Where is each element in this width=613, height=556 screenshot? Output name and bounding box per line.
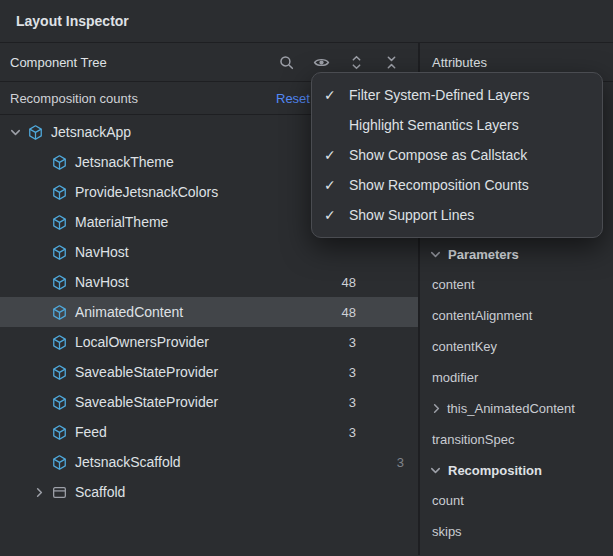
compose-node-icon <box>51 394 68 411</box>
attr-item-transitionspec[interactable]: transitionSpec <box>420 424 613 455</box>
recomposition-count: 3 <box>397 455 404 470</box>
chevron-spacer <box>30 424 49 440</box>
compose-node-icon <box>51 304 68 321</box>
checkmark-icon: ✓ <box>324 207 349 223</box>
tree-row-animatedcontent[interactable]: AnimatedContent48 <box>0 297 418 327</box>
checkmark-icon: ✓ <box>324 177 349 193</box>
checkmark-icon: ✓ <box>324 87 349 103</box>
attr-section-title: Recomposition <box>448 463 542 478</box>
compose-node-icon <box>27 124 44 141</box>
attributes-title: Attributes <box>432 55 487 70</box>
attr-item-label: transitionSpec <box>432 432 514 447</box>
menu-item-show-support-lines[interactable]: ✓Show Support Lines <box>312 200 602 230</box>
tree-node-label: LocalOwnersProvider <box>75 334 209 350</box>
chevron-down-icon[interactable] <box>6 124 25 140</box>
tree-node-label: SaveableStateProvider <box>75 364 218 380</box>
tree-row-feed[interactable]: Feed3 <box>0 417 418 447</box>
recomposition-counts-label: Recomposition counts <box>10 91 138 106</box>
menu-item-filter-system-defined-layers[interactable]: ✓Filter System-Defined Layers <box>312 80 602 110</box>
tree-row-saveablestateprovider[interactable]: SaveableStateProvider3 <box>0 357 418 387</box>
recomposition-count: 3 <box>349 425 356 440</box>
attr-item-skips[interactable]: skips <box>420 516 613 547</box>
visibility-eye-icon[interactable] <box>313 54 330 71</box>
chevron-spacer <box>30 304 49 320</box>
tree-row-navhost[interactable]: NavHost <box>0 237 418 267</box>
attr-item-label: contentKey <box>432 339 497 354</box>
tree-row-localownersprovider[interactable]: LocalOwnersProvider3 <box>0 327 418 357</box>
compose-node-icon <box>51 364 68 381</box>
attr-section-recomposition[interactable]: Recomposition <box>420 455 613 485</box>
compose-node-icon <box>51 424 68 441</box>
compose-node-icon <box>51 154 68 171</box>
compose-node-icon <box>51 244 68 261</box>
attributes-list: ParameterscontentcontentAlignmentcontent… <box>420 239 613 547</box>
component-tree-toolbar <box>278 54 400 71</box>
tree-row-jetsnackscaffold[interactable]: JetsnackScaffold3 <box>0 447 418 477</box>
menu-item-highlight-semantics-layers[interactable]: Highlight Semantics Layers <box>312 110 602 140</box>
attr-section-parameters[interactable]: Parameters <box>420 239 613 269</box>
attr-item-modifier[interactable]: modifier <box>420 362 613 393</box>
tree-node-label: ProvideJetsnackColors <box>75 184 218 200</box>
attr-section-title: Parameters <box>448 247 519 262</box>
chevron-spacer <box>30 244 49 260</box>
menu-item-show-recomposition-counts[interactable]: ✓Show Recomposition Counts <box>312 170 602 200</box>
recomposition-count: 48 <box>342 275 356 290</box>
view-options-popup-menu: ✓Filter System-Defined LayersHighlight S… <box>311 72 603 238</box>
tree-row-scaffold[interactable]: Scaffold <box>0 477 418 507</box>
expand-all-icon[interactable] <box>348 54 365 71</box>
chevron-spacer <box>30 184 49 200</box>
menu-item-label: Show Support Lines <box>349 207 474 223</box>
tree-row-navhost[interactable]: NavHost48 <box>0 267 418 297</box>
attr-item-this-animatedcontent[interactable]: this_AnimatedContent <box>420 393 613 424</box>
tree-node-label: Scaffold <box>75 484 125 500</box>
collapse-all-icon[interactable] <box>383 54 400 71</box>
attr-item-contentkey[interactable]: contentKey <box>420 331 613 362</box>
compose-node-icon <box>51 184 68 201</box>
attr-item-label: contentAlignment <box>432 308 532 323</box>
layout-inspector-window: Layout Inspector Component Tree <box>0 0 613 556</box>
chevron-spacer <box>30 364 49 380</box>
search-icon[interactable] <box>278 54 295 71</box>
menu-item-label: Filter System-Defined Layers <box>349 87 530 103</box>
compose-node-icon <box>51 274 68 291</box>
window-titlebar: Layout Inspector <box>0 0 613 43</box>
recomposition-count: 48 <box>342 305 356 320</box>
component-tree-title: Component Tree <box>10 55 107 70</box>
chevron-down-icon <box>428 247 443 262</box>
reset-counts-link[interactable]: Reset <box>276 91 310 106</box>
tree-node-label: JetsnackScaffold <box>75 454 181 470</box>
chevron-down-icon <box>428 463 443 478</box>
tree-node-label: SaveableStateProvider <box>75 394 218 410</box>
tree-node-label: NavHost <box>75 244 129 260</box>
attr-item-label: modifier <box>432 370 478 385</box>
page-title: Layout Inspector <box>16 13 129 29</box>
checkmark-icon: ✓ <box>324 147 349 163</box>
tree-node-label: JetsnackTheme <box>75 154 174 170</box>
chevron-right-icon[interactable] <box>429 401 444 416</box>
menu-item-label: Highlight Semantics Layers <box>349 117 519 133</box>
attr-item-contentalignment[interactable]: contentAlignment <box>420 300 613 331</box>
compose-node-icon <box>51 214 68 231</box>
chevron-spacer <box>30 214 49 230</box>
tree-node-label: JetsnackApp <box>51 124 131 140</box>
tree-node-label: NavHost <box>75 274 129 290</box>
recomposition-count: 3 <box>349 335 356 350</box>
attr-item-label: this_AnimatedContent <box>447 401 575 416</box>
menu-item-show-compose-as-callstack[interactable]: ✓Show Compose as Callstack <box>312 140 602 170</box>
chevron-spacer <box>30 454 49 470</box>
attr-item-content[interactable]: content <box>420 269 613 300</box>
chevron-spacer <box>30 274 49 290</box>
tree-node-label: AnimatedContent <box>75 304 183 320</box>
chevron-right-icon[interactable] <box>30 484 49 500</box>
compose-node-icon <box>51 334 68 351</box>
menu-item-label: Show Compose as Callstack <box>349 147 527 163</box>
chevron-spacer <box>30 394 49 410</box>
chevron-spacer <box>30 154 49 170</box>
attr-item-count[interactable]: count <box>420 485 613 516</box>
view-node-icon <box>51 484 68 501</box>
menu-item-label: Show Recomposition Counts <box>349 177 529 193</box>
tree-node-label: Feed <box>75 424 107 440</box>
tree-row-saveablestateprovider[interactable]: SaveableStateProvider3 <box>0 387 418 417</box>
recomposition-count: 3 <box>349 365 356 380</box>
compose-node-icon <box>51 454 68 471</box>
